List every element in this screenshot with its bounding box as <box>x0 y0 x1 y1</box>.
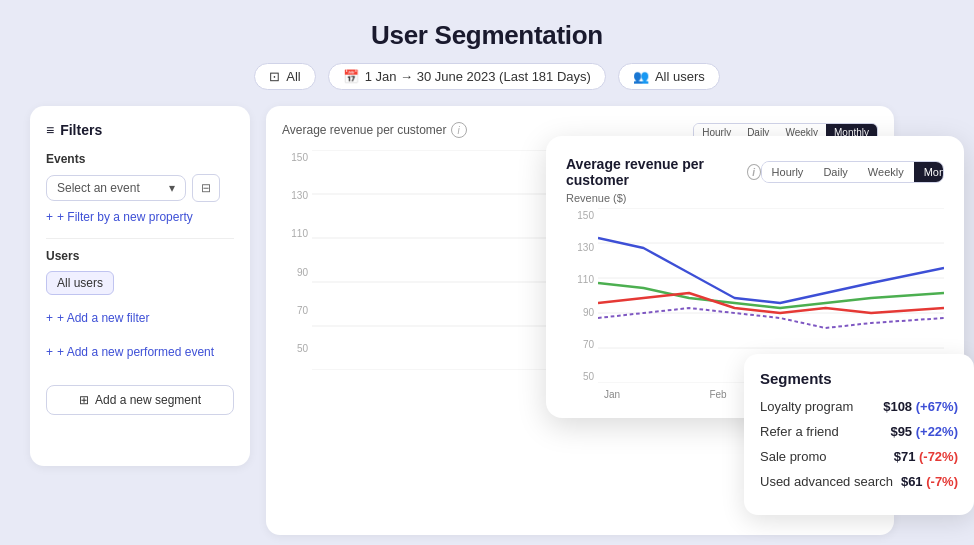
bg-chart-title: Average revenue per customer i <box>282 122 467 138</box>
all-users-badge[interactable]: All users <box>46 271 114 295</box>
hourly-btn[interactable]: Hourly <box>762 162 814 182</box>
segments-card: Segments Loyalty program $108 (+67%) Ref… <box>744 354 974 515</box>
monthly-btn[interactable]: Monthly <box>914 162 944 182</box>
events-section-label: Events <box>46 152 234 166</box>
segment-loyalty-name: Loyalty program <box>760 399 853 414</box>
plus-icon-2: + <box>46 311 53 325</box>
date-filter-label: 1 Jan → 30 June 2023 (Last 181 Days) <box>365 69 591 84</box>
modal-info-icon: i <box>747 164 761 180</box>
filters-label: Filters <box>60 122 102 138</box>
date-filter-pill[interactable]: 📅 1 Jan → 30 June 2023 (Last 181 Days) <box>328 63 606 90</box>
filter-icon: ≡ <box>46 122 54 138</box>
segment-refer-change: (+22%) <box>916 424 958 439</box>
device-filter-label: All <box>286 69 300 84</box>
filter-bar: ⊡ All 📅 1 Jan → 30 June 2023 (Last 181 D… <box>254 63 720 90</box>
add-event-link[interactable]: + + Add a new performed event <box>46 345 234 359</box>
users-icon: 👥 <box>633 69 649 84</box>
chevron-down-icon: ▾ <box>169 181 175 195</box>
monitor-icon: ⊡ <box>269 69 280 84</box>
add-property-label: + Filter by a new property <box>57 210 193 224</box>
main-content: ≡ Filters Events Select an event ▾ ⊟ + +… <box>30 106 944 535</box>
modal-chart-header: Average revenue per customer i Hourly Da… <box>566 156 944 188</box>
segment-loyalty-change: (+67%) <box>916 399 958 414</box>
add-segment-button[interactable]: ⊞ Add a new segment <box>46 385 234 415</box>
segment-row-search: Used advanced search $61 (-7%) <box>760 474 958 489</box>
bg-chart-title-text: Average revenue per customer <box>282 123 447 137</box>
plus-icon-3: + <box>46 345 53 359</box>
x-jan: Jan <box>604 389 620 400</box>
bg-y-130: 130 <box>282 190 308 201</box>
bg-y-150: 150 <box>282 152 308 163</box>
bg-y-50: 50 <box>282 343 308 354</box>
add-filter-link[interactable]: + + Add a new filter <box>46 311 234 325</box>
time-toggle-group: Hourly Daily Weekly Monthly <box>761 161 944 183</box>
calendar-icon: 📅 <box>343 69 359 84</box>
users-filter-label: All users <box>655 69 705 84</box>
add-segment-label: Add a new segment <box>95 393 201 407</box>
event-select-row: Select an event ▾ ⊟ <box>46 174 234 202</box>
segment-loyalty-value: $108 (+67%) <box>883 399 958 414</box>
bg-info-icon: i <box>451 122 467 138</box>
add-filter-label: + Add a new filter <box>57 311 149 325</box>
bg-y-70: 70 <box>282 305 308 316</box>
sidebar-header: ≡ Filters <box>46 122 234 138</box>
y-70: 70 <box>566 339 594 350</box>
y-150: 150 <box>566 210 594 221</box>
segment-sale-value: $71 (-72%) <box>894 449 958 464</box>
device-filter-pill[interactable]: ⊡ All <box>254 63 315 90</box>
segment-search-name: Used advanced search <box>760 474 893 489</box>
segment-search-change: (-7%) <box>926 474 958 489</box>
y-110: 110 <box>566 274 594 285</box>
y-130: 130 <box>566 242 594 253</box>
weekly-btn[interactable]: Weekly <box>858 162 914 182</box>
bg-y-90: 90 <box>282 267 308 278</box>
bg-y-110: 110 <box>282 228 308 239</box>
users-filter-pill[interactable]: 👥 All users <box>618 63 720 90</box>
y-50: 50 <box>566 371 594 382</box>
segment-search-value: $61 (-7%) <box>901 474 958 489</box>
event-dropdown[interactable]: Select an event ▾ <box>46 175 186 201</box>
add-event-label: + Add a new performed event <box>57 345 214 359</box>
sidebar-bottom-links: + + Add a new filter + + Add a new perfo… <box>46 311 234 373</box>
event-dropdown-placeholder: Select an event <box>57 181 140 195</box>
segment-row-loyalty: Loyalty program $108 (+67%) <box>760 399 958 414</box>
sidebar-divider <box>46 238 234 239</box>
users-section-label: Users <box>46 249 234 263</box>
chart-area: Average revenue per customer i Hourly Da… <box>266 106 944 535</box>
x-feb: Feb <box>709 389 726 400</box>
trash-icon: ⊟ <box>201 181 211 195</box>
plus-icon: + <box>46 210 53 224</box>
segment-row-sale: Sale promo $71 (-72%) <box>760 449 958 464</box>
modal-chart-title: Average revenue per customer i <box>566 156 761 188</box>
y-90: 90 <box>566 307 594 318</box>
segment-icon: ⊞ <box>79 393 89 407</box>
daily-btn[interactable]: Daily <box>813 162 857 182</box>
segment-refer-name: Refer a friend <box>760 424 839 439</box>
sidebar: ≡ Filters Events Select an event ▾ ⊟ + +… <box>30 106 250 466</box>
add-property-link[interactable]: + + Filter by a new property <box>46 210 234 224</box>
segment-refer-value: $95 (+22%) <box>890 424 958 439</box>
y-axis-label: Revenue ($) <box>566 192 944 204</box>
page-title: User Segmentation <box>371 20 603 51</box>
segment-sale-name: Sale promo <box>760 449 826 464</box>
modal-title-text: Average revenue per customer <box>566 156 742 188</box>
delete-event-button[interactable]: ⊟ <box>192 174 220 202</box>
segments-title: Segments <box>760 370 958 387</box>
segment-row-refer: Refer a friend $95 (+22%) <box>760 424 958 439</box>
segment-sale-change: (-72%) <box>919 449 958 464</box>
